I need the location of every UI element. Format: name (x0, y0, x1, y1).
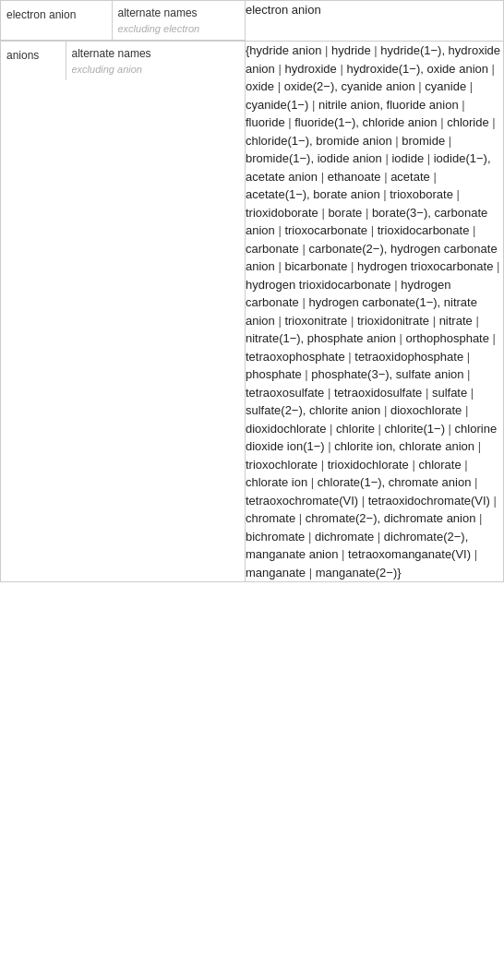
row-electron-anion: electron anion alternate names excluding… (1, 1, 504, 42)
inner-left-anions: anions alternate names excluding anion (1, 42, 245, 80)
row-anions: anions alternate names excluding anion {… (1, 42, 504, 582)
content-electron-anion: electron anion (246, 1, 504, 42)
anions-text: {hydride anion | hydride | hydride(1−), … (246, 43, 500, 580)
main-table: electron anion alternate names excluding… (0, 0, 504, 582)
inner-left-electron: electron anion alternate names excluding… (1, 1, 245, 41)
secondary-label-electron: alternate names excluding electron (112, 1, 245, 41)
primary-label-electron: electron anion (1, 1, 112, 41)
content-anions: {hydride anion | hydride | hydride(1−), … (246, 42, 504, 582)
primary-label-anions: anions (1, 42, 66, 80)
secondary-label-anions: alternate names excluding anion (66, 42, 245, 80)
